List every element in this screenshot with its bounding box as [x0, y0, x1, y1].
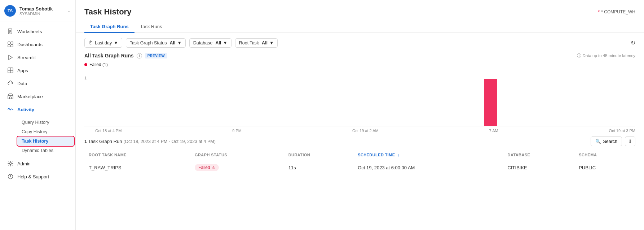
graph-status-filter[interactable]: Task Graph Status All ▼	[126, 38, 186, 48]
sidebar-item-activity[interactable]: Activity	[1, 103, 74, 116]
user-role: SYSADMIN	[19, 12, 64, 16]
preview-badge: PREVIEW	[145, 53, 167, 58]
sidebar-item-admin-label: Admin	[17, 161, 31, 166]
sidebar-item-apps[interactable]: Apps	[1, 64, 74, 77]
compute-badge: * * COMPUTE_WH	[598, 9, 635, 15]
svg-rect-4	[8, 42, 10, 44]
chart-title: All Task Graph Runs i PREVIEW	[84, 53, 167, 58]
store-icon	[7, 93, 14, 100]
cell-database: CITIBIKE	[503, 160, 575, 175]
root-task-filter[interactable]: Root Task All ▼	[235, 38, 278, 48]
gear-icon	[7, 160, 14, 167]
sidebar-item-admin[interactable]: Admin	[1, 157, 74, 170]
sidebar-item-streamlit-label: Streamlit	[17, 55, 36, 60]
time-filter[interactable]: ⏱ Last day ▼	[84, 38, 122, 48]
col-schema: SCHEMA	[574, 150, 635, 160]
col-scheduled-time[interactable]: SCHEDULED TIME ↓	[353, 150, 503, 160]
cell-graph-status: Failed ⚠	[190, 160, 284, 175]
svg-rect-12	[8, 96, 13, 99]
search-icon: 🔍	[595, 139, 601, 144]
svg-point-16	[10, 178, 10, 178]
col-graph-status: GRAPH STATUS	[190, 150, 284, 160]
chart-x-labels: Oct 18 at 4 PM 9 PM Oct 19 at 2 AM 7 AM …	[76, 126, 644, 133]
refresh-button[interactable]: ↻	[631, 39, 635, 46]
x-label-4: Oct 19 at 3 PM	[609, 129, 635, 133]
results-section: 1 Task Graph Run (Oct 18, 2023 at 4 PM -…	[76, 133, 644, 175]
filter-bar: ⏱ Last day ▼ Task Graph Status All ▼ Dat…	[76, 33, 644, 53]
sidebar-item-worksheets-label: Worksheets	[17, 29, 42, 34]
play-icon	[7, 54, 14, 61]
sidebar-item-marketplace[interactable]: Marketplace	[1, 90, 74, 103]
sidebar-item-dynamic-tables[interactable]: Dynamic Tables	[17, 146, 74, 155]
main-content: Task History * * COMPUTE_WH Task Graph R…	[76, 0, 644, 230]
svg-rect-13	[10, 97, 12, 99]
results-actions: 🔍 Search ⇓	[591, 136, 635, 146]
sidebar-item-data[interactable]: Data	[1, 77, 74, 90]
svg-rect-7	[11, 45, 13, 47]
svg-marker-8	[9, 55, 12, 60]
x-label-1: 9 PM	[232, 129, 242, 133]
sidebar-item-streamlit[interactable]: Streamlit	[1, 51, 74, 64]
avatar: TS	[4, 5, 16, 17]
table-row: T_RAW_TRIPS Failed ⚠ 11s Oct 19, 2023 at…	[84, 160, 635, 175]
chevron-down-icon: ▼	[223, 40, 227, 45]
sidebar-item-marketplace-label: Marketplace	[17, 94, 43, 99]
sidebar-item-activity-label: Activity	[17, 107, 34, 112]
latency-note: ⓘ Data up to 45 minute latency	[577, 53, 635, 58]
x-label-2: Oct 19 at 2 AM	[352, 129, 379, 133]
sidebar-item-help[interactable]: Help & Support	[1, 170, 74, 183]
sidebar-item-apps-label: Apps	[17, 68, 28, 73]
failed-legend-dot	[84, 63, 87, 66]
sidebar-item-worksheets[interactable]: Worksheets	[1, 25, 74, 38]
sidebar-item-help-label: Help & Support	[17, 174, 49, 179]
col-duration: DURATION	[284, 150, 353, 160]
sidebar-item-query-history[interactable]: Query History	[17, 118, 74, 127]
activity-icon	[7, 106, 14, 113]
compute-dot: *	[598, 9, 600, 15]
sidebar-item-data-label: Data	[17, 81, 27, 86]
user-profile[interactable]: TS Tomas Sobotik SYSADMIN ⌄	[0, 0, 75, 22]
sidebar: TS Tomas Sobotik SYSADMIN ⌄ Worksheets	[0, 0, 76, 230]
x-label-0: Oct 18 at 4 PM	[95, 129, 122, 133]
x-label-3: 7 AM	[489, 129, 498, 133]
results-table: ROOT TASK NAME GRAPH STATUS DURATION SCH…	[84, 150, 635, 175]
chevron-down-icon: ⌄	[67, 8, 71, 13]
chart-bar-failed	[484, 79, 497, 126]
sidebar-item-dashboards[interactable]: Dashboards	[1, 38, 74, 51]
info-icon[interactable]: i	[137, 53, 142, 58]
chart-legend: Failed (1)	[84, 62, 635, 67]
user-name: Tomas Sobotik	[19, 6, 64, 12]
results-summary: 1 Task Graph Run (Oct 18, 2023 at 4 PM -…	[84, 139, 216, 144]
database-filter[interactable]: Database All ▼	[189, 38, 231, 48]
grid-icon	[7, 41, 14, 48]
tab-bar: Task Graph Runs Task Runs	[76, 17, 644, 33]
warning-icon: ⚠	[212, 165, 215, 170]
chart-y-label: 1	[84, 76, 87, 80]
cell-scheduled-time: Oct 19, 2023 at 6:00:00 AM	[353, 160, 503, 175]
sidebar-item-task-history[interactable]: Task History	[17, 136, 74, 146]
results-date: (Oct 18, 2023 at 4 PM - Oct 19, 2023 at …	[123, 139, 216, 144]
page-title: Task History	[84, 7, 131, 17]
compute-label: * COMPUTE_WH	[601, 9, 635, 14]
search-button[interactable]: 🔍 Search	[591, 136, 622, 146]
col-root-task-name: ROOT TASK NAME	[84, 150, 190, 160]
chevron-down-icon: ▼	[177, 40, 181, 45]
sidebar-item-copy-history[interactable]: Copy History	[17, 127, 74, 136]
cell-duration: 11s	[284, 160, 353, 175]
tab-task-runs[interactable]: Task Runs	[134, 21, 168, 33]
svg-point-14	[10, 163, 12, 165]
export-button[interactable]: ⇓	[625, 136, 635, 146]
results-count: 1	[84, 139, 87, 144]
chart-bar-container	[95, 69, 635, 126]
results-header: 1 Task Graph Run (Oct 18, 2023 at 4 PM -…	[84, 136, 635, 146]
tab-task-graph-runs[interactable]: Task Graph Runs	[84, 21, 134, 33]
svg-rect-6	[8, 45, 10, 47]
clock-icon: ⏱	[88, 40, 93, 45]
chart-area: 1	[84, 69, 635, 126]
cell-root-task-name: T_RAW_TRIPS	[84, 160, 190, 175]
results-label: Task Graph Run	[88, 139, 122, 144]
col-database: DATABASE	[503, 150, 575, 160]
file-icon	[7, 28, 14, 35]
failed-legend-label: Failed (1)	[89, 62, 108, 67]
chevron-down-icon: ▼	[269, 40, 274, 45]
